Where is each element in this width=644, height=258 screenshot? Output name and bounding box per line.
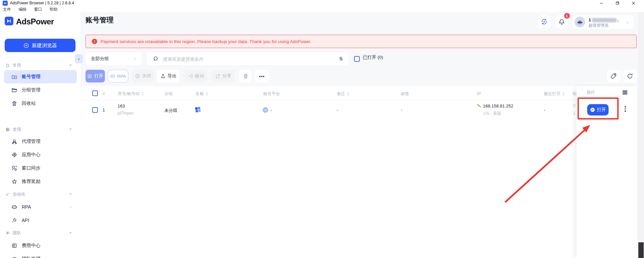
minimize-button[interactable] <box>596 0 606 6</box>
more-actions-button[interactable]: ••• <box>255 70 269 82</box>
group-filter-dropdown[interactable]: 全部分组 <box>86 52 142 65</box>
section-collapse-icon[interactable]: ▾ <box>69 63 71 67</box>
window-titlebar: AdsPower Browser | 5.2.28 | 2.6.8.4 <box>0 0 644 6</box>
search-input[interactable] <box>162 52 324 66</box>
sort-icon <box>141 92 145 96</box>
home-icon <box>5 63 10 68</box>
row-hidden-fragment-bottom: 1 <box>573 111 576 115</box>
menu-help[interactable]: 帮助 <box>46 7 60 13</box>
sidebar-item-window-sync[interactable]: 窗口同步 <box>4 162 77 175</box>
bell-icon <box>558 18 565 25</box>
chevron-right-icon: › <box>70 256 71 258</box>
open-selected-button[interactable]: 打开 <box>86 70 105 82</box>
close-circle-icon <box>135 73 140 79</box>
automation-icon <box>5 192 10 197</box>
restore-button[interactable] <box>612 0 622 6</box>
close-button[interactable] <box>628 0 638 6</box>
ufo-avatar-icon <box>576 18 584 26</box>
sidebar-collapse-button[interactable]: ‹ <box>75 54 83 63</box>
user-role: 超级管理员 <box>589 23 609 28</box>
col-platform: 账号平台 <box>263 87 280 100</box>
sync-update-button[interactable] <box>538 15 550 28</box>
row-ip: 168.158.81.252 <box>483 103 513 108</box>
col-hidden-fragment: 创 <box>573 87 577 100</box>
sidebar-item-account-mgmt[interactable]: 账号管理 <box>4 70 77 83</box>
app-logo-icon <box>3 1 8 6</box>
adspower-app-window: AdsPower Browser | 5.2.28 | 2.6.8.4 文件 编… <box>0 0 644 258</box>
trash-icon <box>243 73 249 79</box>
col-ip: IP <box>477 87 481 100</box>
microsoft-logo-icon <box>195 107 201 112</box>
section-collapse-icon[interactable]: ▾ <box>69 192 71 196</box>
trash-icon <box>11 100 17 106</box>
share-button[interactable]: 分享 <box>212 70 234 82</box>
tags-button[interactable] <box>607 70 620 82</box>
section-collapse-icon[interactable]: ▾ <box>69 230 71 235</box>
sidebar-item-recycle-bin[interactable]: 回收站 <box>4 97 77 110</box>
refresh-icon <box>627 73 633 79</box>
user-profile-chip[interactable]: 1. 超级管理员 › <box>572 15 633 29</box>
platform-placeholder-icon: ••• <box>263 107 268 113</box>
sidebar-item-app-center[interactable]: 应用中心 <box>4 148 77 162</box>
team-icon <box>11 256 17 258</box>
new-browser-button[interactable]: 新建浏览器 <box>5 39 75 52</box>
chevron-right-icon: › <box>70 204 71 210</box>
rpa-button[interactable]: RPA <box>108 70 128 82</box>
row-remark: - <box>337 107 338 112</box>
sync-icon <box>540 18 548 25</box>
menubar: 文件 编辑 窗口 帮助 <box>0 6 644 12</box>
brand-logo-icon <box>5 17 13 25</box>
refresh-button[interactable] <box>623 70 637 82</box>
col-group: 分组 <box>164 87 173 100</box>
star-icon <box>11 179 17 185</box>
menu-edit[interactable]: 编辑 <box>15 7 29 13</box>
page-title: 账号管理 <box>86 15 114 25</box>
sidebar-item-label: 账号管理 <box>22 74 40 80</box>
row-checkbox[interactable] <box>92 107 98 113</box>
sidebar-item-group-mgmt[interactable]: 分组管理 <box>4 83 77 97</box>
sidebar-item-api[interactable]: API <box>4 214 77 227</box>
chevron-right-icon: › <box>627 19 628 25</box>
sidebar-item-proxy-mgmt[interactable]: 代理管理 <box>4 135 77 148</box>
column-settings-icon[interactable] <box>622 89 628 95</box>
row-more-menu[interactable] <box>625 106 626 112</box>
col-remark[interactable]: 备注 <box>337 87 350 100</box>
account-folder-icon <box>11 74 17 80</box>
move-button[interactable]: 移动 <box>184 70 207 82</box>
close-selected-button[interactable]: 关闭 <box>132 70 154 82</box>
scrollbar-thumb[interactable] <box>638 242 644 258</box>
sidebar-item-referral-rewards[interactable]: 推荐奖励 <box>4 175 77 188</box>
chevron-left-icon: ‹ <box>78 56 79 61</box>
col-last-open[interactable]: 最近打开 <box>544 87 566 100</box>
plug-icon <box>11 217 17 223</box>
col-name[interactable]: 名称 <box>195 87 209 100</box>
menu-window[interactable]: 窗口 <box>31 7 45 13</box>
row-serial: 163 <box>118 103 125 108</box>
menu-file[interactable]: 文件 <box>0 7 14 13</box>
sidebar-item-team-mgmt[interactable]: 团队管理 › <box>4 252 77 258</box>
col-num: # <box>103 87 105 100</box>
section-label: 自动化 <box>13 192 25 197</box>
row-group: 未分组 <box>164 107 177 113</box>
delete-button[interactable] <box>239 70 252 82</box>
advanced-filter-icon[interactable] <box>338 56 344 62</box>
window-sync-icon <box>11 165 17 171</box>
annotation-highlight-box <box>578 97 619 119</box>
section-collapse-icon[interactable]: ▾ <box>69 127 71 132</box>
close-label: 关闭 <box>142 73 151 79</box>
gear-icon <box>5 231 10 235</box>
export-label: 导出 <box>168 73 177 79</box>
col-serial-id[interactable]: 序号/账号ID <box>118 87 145 100</box>
export-button[interactable]: 导出 <box>157 70 180 82</box>
opened-only-checkbox[interactable] <box>354 56 360 62</box>
share-icon <box>215 73 220 79</box>
user-name: 1. <box>589 17 619 22</box>
section-label: 团队 <box>13 230 21 236</box>
redacted-name <box>592 18 617 22</box>
sort-icon <box>346 92 350 96</box>
sidebar-item-billing-center[interactable]: 费用中心 <box>4 239 77 252</box>
row-tag: - <box>401 107 402 112</box>
chevron-down-icon <box>133 57 137 61</box>
sidebar-item-rpa[interactable]: RPA › <box>4 200 77 214</box>
select-all-checkbox[interactable] <box>92 90 98 96</box>
